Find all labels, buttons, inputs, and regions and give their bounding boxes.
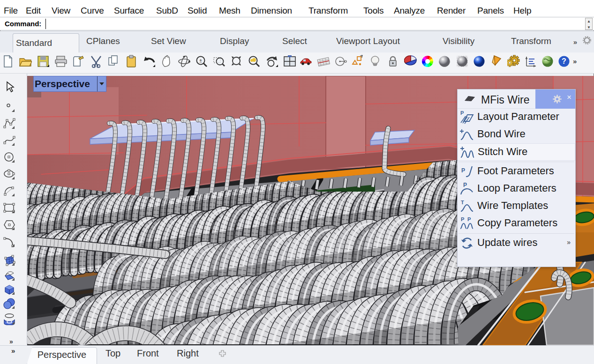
svg-text:?: ? — [562, 57, 566, 65]
svg-text:P: P — [460, 110, 464, 116]
svg-text:P: P — [463, 182, 467, 188]
svg-text:P: P — [461, 216, 464, 222]
svg-text:P: P — [461, 167, 465, 174]
svg-text:±: ± — [199, 58, 202, 63]
svg-text:T: T — [461, 200, 464, 205]
svg-text:P: P — [467, 216, 471, 222]
